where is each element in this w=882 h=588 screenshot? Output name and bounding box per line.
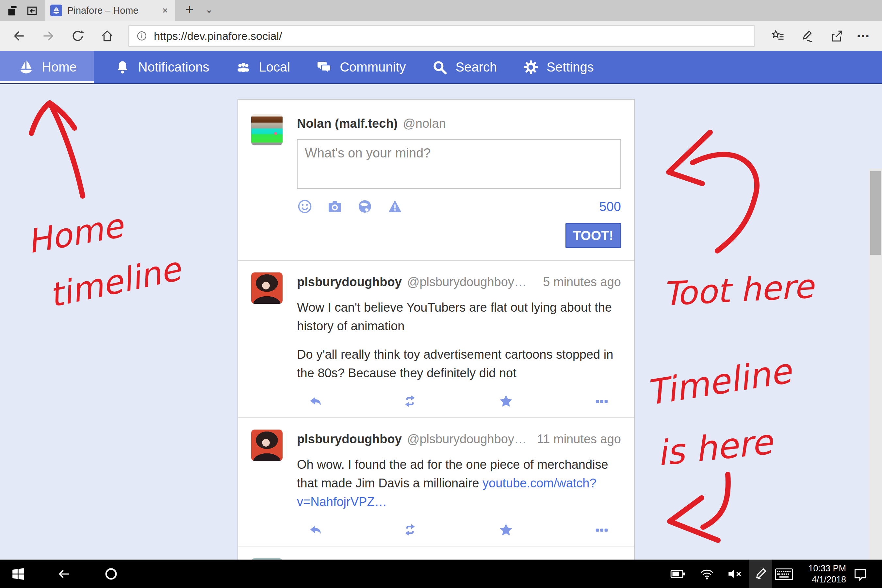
browser-tab-bar: Pinafore – Home × + ⌄ [0,0,882,21]
char-count: 500 [599,199,621,214]
tab-close-icon[interactable]: × [155,5,175,16]
volume-muted-icon[interactable] [727,568,743,580]
favorite-star-icon[interactable] [498,522,513,537]
set-tabs-aside-icon[interactable] [5,4,20,17]
url-text[interactable]: https://dev.pinafore.social/ [154,30,282,42]
nav-label: Notifications [138,60,209,75]
avatar[interactable] [251,430,283,461]
toot-author-handle: @plsburydoughboy@mastodon.so… [407,275,538,289]
pinafore-favicon [50,4,62,16]
refresh-icon[interactable] [70,29,85,43]
battery-icon[interactable] [670,569,686,579]
address-bar[interactable]: https://dev.pinafore.social/ [128,25,754,47]
tab-title: Pinafore – Home [67,5,155,16]
camera-icon[interactable] [327,199,343,214]
more-icon[interactable]: ••• [853,29,874,43]
nav-item-local[interactable]: Local [222,51,303,83]
start-icon[interactable] [11,567,26,581]
tab-list-chevron-icon[interactable]: ⌄ [201,0,218,21]
screenshot-root: Pinafore – Home × + ⌄ https://dev.pinafo… [0,0,882,588]
timeline-column: Nolan (malf.tech) @nolan 500 TOOT! [237,99,635,560]
avatar[interactable] [251,273,283,304]
more-options-icon[interactable] [594,394,609,409]
reply-icon[interactable] [307,522,322,537]
toot-timestamp[interactable]: 5 minutes ago [543,275,621,289]
windows-ink-cell[interactable] [749,560,772,588]
web-note-icon[interactable] [800,29,815,43]
nav-item-home[interactable]: Home [0,51,94,83]
boost-icon[interactable] [402,522,417,537]
toot-item: kз:ʳ @chr@cybre.space 13 minutes ago you… [238,546,634,560]
boost-icon[interactable] [402,394,417,409]
globe-privacy-icon[interactable] [357,199,373,214]
avatar[interactable] [251,114,283,146]
action-center-icon[interactable] [853,567,868,582]
toot-content: Oh wow. I found the ad for the one piece… [297,455,621,511]
clock-time: 10:33 PM [797,563,846,574]
more-options-icon[interactable] [594,522,609,537]
windows-taskbar: 10:33 PM 4/1/2018 [0,560,882,588]
touch-keyboard-icon[interactable] [775,568,793,580]
content-warning-icon[interactable] [387,199,403,214]
toot-timestamp[interactable]: 11 minutes ago [537,432,621,446]
taskbar-back-icon[interactable] [57,567,70,580]
gear-icon [523,60,538,75]
clock-date: 4/1/2018 [797,574,846,585]
taskbar-clock[interactable]: 10:33 PM 4/1/2018 [797,563,846,585]
site-nav: Home Notifications Local Community Searc… [0,51,882,84]
toot-item: plsburydoughboy @plsburydoughboy@mastodo… [238,417,634,546]
browser-toolbar: https://dev.pinafore.social/ ••• [0,21,882,51]
search-icon [432,60,447,75]
home-icon[interactable] [100,29,114,43]
compose-input[interactable] [297,139,621,189]
toot-content: Wow I can't believe YouTubers are flat o… [297,298,621,382]
compose-box: Nolan (malf.tech) @nolan 500 TOOT! [238,100,634,260]
windows-ink-pen-icon [754,567,768,580]
toot-actions [297,382,621,409]
forward-icon[interactable] [41,29,56,43]
share-icon[interactable] [830,29,844,43]
nav-item-community[interactable]: Community [303,51,419,83]
sailboat-icon [18,60,34,75]
toot-actions [297,511,621,537]
compose-handle: @nolan [403,117,446,130]
nav-label: Search [455,60,497,75]
new-tab-button[interactable]: + [180,0,199,21]
emoji-icon[interactable] [297,199,313,214]
site-info-icon[interactable] [136,30,147,42]
toot-item: plsburydoughboy @plsburydoughboy@mastodo… [238,260,634,417]
browser-tab[interactable]: Pinafore – Home × [45,0,175,21]
bell-icon [115,60,130,75]
toot-author-name[interactable]: plsburydoughboy [297,275,402,289]
tabs-preview-icon[interactable] [25,4,39,17]
favorites-hub-icon[interactable] [771,29,785,43]
compose-display-name: Nolan (malf.tech) [297,117,398,130]
nav-label: Community [340,60,406,75]
nav-label: Home [42,60,77,75]
cortana-icon[interactable] [104,567,118,581]
favorite-star-icon[interactable] [498,394,513,409]
toot-author-handle: @plsburydoughboy@mastodon.s… [407,432,532,446]
back-icon[interactable] [12,29,26,43]
chat-bubbles-icon [316,60,332,75]
nav-item-notifications[interactable]: Notifications [102,51,222,83]
nav-label: Settings [546,60,594,75]
nav-label: Local [259,60,290,75]
toot-author-name[interactable]: plsburydoughboy [297,432,402,446]
toot-button[interactable]: TOOT! [566,223,621,248]
wifi-icon[interactable] [700,567,714,580]
nav-item-settings[interactable]: Settings [510,51,607,83]
nav-item-search[interactable]: Search [419,51,510,83]
people-icon [236,60,251,75]
page-scrollbar[interactable] [869,168,882,588]
scrollbar-thumb[interactable] [870,171,881,255]
reply-icon[interactable] [307,394,322,409]
page-background: Nolan (malf.tech) @nolan 500 TOOT! [0,84,882,560]
